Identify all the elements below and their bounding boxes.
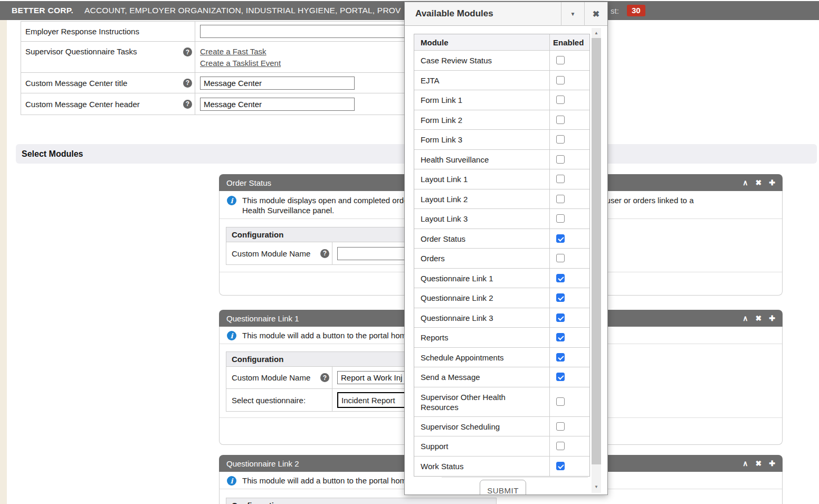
- module-row: Questionnaire Link 2: [414, 288, 589, 308]
- move-panel-icon[interactable]: ✚: [769, 314, 775, 322]
- module-row: Layout Link 3: [414, 209, 589, 229]
- scroll-up-icon: ▲: [594, 31, 598, 35]
- close-icon: ✖: [593, 9, 599, 19]
- dialog-titlebar[interactable]: Available Modules ▼ ✖: [405, 2, 607, 26]
- help-icon[interactable]: ?: [320, 249, 329, 258]
- module-row: Work Status: [414, 457, 589, 477]
- module-enabled-checkbox[interactable]: [556, 353, 565, 362]
- dialog-close-button[interactable]: ✖: [584, 2, 607, 26]
- module-name: Orders: [414, 249, 550, 268]
- move-panel-icon[interactable]: ✚: [769, 178, 775, 187]
- module-enabled-checkbox[interactable]: [556, 254, 565, 262]
- column-header-enabled: Enabled: [550, 34, 589, 50]
- topbar-nav[interactable]: ACCOUNT, EMPLOYER ORGANIZATION, INDUSTRI…: [84, 6, 401, 15]
- module-row: Support: [414, 436, 589, 457]
- module-name: Layout Link 1: [414, 169, 550, 189]
- configuration-title: Configuration: [226, 498, 496, 504]
- module-enabled-checkbox[interactable]: [556, 462, 565, 470]
- module-enabled-checkbox[interactable]: [556, 135, 565, 144]
- scroll-down-button[interactable]: ▼: [592, 482, 601, 492]
- module-row: Supervisor Scheduling: [414, 417, 589, 437]
- remove-panel-icon[interactable]: ✖: [756, 314, 762, 322]
- module-enabled-checkbox[interactable]: [556, 116, 565, 124]
- module-enabled-checkbox[interactable]: [556, 274, 565, 282]
- submit-divider: [442, 477, 588, 478]
- modules-table: Module Enabled Case Review Status EJTA F…: [414, 34, 590, 477]
- module-enabled-checkbox[interactable]: [556, 293, 565, 302]
- chevron-up-icon[interactable]: ∧: [742, 459, 748, 468]
- module-name: Questionnaire Link 1: [414, 269, 550, 288]
- field-label: Custom Module Name: [232, 373, 310, 382]
- module-row: Layout Link 2: [414, 189, 589, 210]
- message-center-header-input[interactable]: [200, 98, 355, 111]
- info-icon: i: [227, 331, 236, 340]
- module-name: Supervisor Scheduling: [414, 417, 550, 436]
- module-name: Form Link 1: [414, 90, 550, 110]
- module-name: Form Link 2: [414, 110, 550, 130]
- module-name: Work Status: [414, 457, 550, 477]
- module-row: Case Review Status: [414, 51, 589, 71]
- module-row: Questionnaire Link 3: [414, 308, 589, 328]
- dialog-content: Module Enabled Case Review Status EJTA F…: [405, 26, 607, 495]
- module-name: Schedule Appointments: [414, 348, 550, 367]
- create-tasklist-event-link[interactable]: Create a Tasklist Event: [200, 58, 281, 69]
- module-enabled-checkbox[interactable]: [556, 373, 565, 381]
- module-enabled-checkbox[interactable]: [556, 195, 565, 203]
- chevron-up-icon[interactable]: ∧: [742, 178, 748, 187]
- help-icon[interactable]: ?: [183, 79, 192, 88]
- submit-button[interactable]: SUBMIT: [480, 480, 526, 495]
- module-enabled-checkbox[interactable]: [556, 56, 565, 64]
- module-row: Questionnaire Link 1: [414, 269, 589, 289]
- module-name: Layout Link 3: [414, 209, 550, 229]
- field-label: Select questionnaire:: [232, 396, 306, 405]
- column-header-module: Module: [414, 34, 550, 50]
- chevron-down-icon: ▼: [570, 11, 576, 17]
- module-enabled-checkbox[interactable]: [556, 234, 565, 243]
- module-enabled-checkbox[interactable]: [556, 155, 565, 164]
- module-name: Health Surveillance: [414, 150, 550, 169]
- module-name: Form Link 3: [414, 130, 550, 149]
- module-enabled-checkbox[interactable]: [556, 96, 565, 104]
- module-row: Layout Link 1: [414, 169, 589, 189]
- remove-panel-icon[interactable]: ✖: [756, 178, 762, 187]
- module-row: Supervisor Other Health Resources: [414, 387, 589, 417]
- module-row: Order Status: [414, 229, 589, 249]
- module-enabled-checkbox[interactable]: [556, 214, 565, 223]
- module-enabled-checkbox[interactable]: [556, 442, 565, 450]
- message-center-title-input[interactable]: [200, 77, 355, 90]
- module-enabled-checkbox[interactable]: [556, 76, 565, 84]
- module-name: Case Review Status: [414, 51, 550, 70]
- module-row: Health Surveillance: [414, 150, 589, 170]
- module-row: Form Link 2: [414, 110, 589, 130]
- chevron-up-icon[interactable]: ∧: [742, 314, 748, 322]
- move-panel-icon[interactable]: ✚: [769, 459, 775, 468]
- section-title: Select Modules: [22, 149, 83, 159]
- dialog-collapse-button[interactable]: ▼: [561, 2, 584, 26]
- create-fast-task-link[interactable]: Create a Fast Task: [200, 46, 266, 58]
- module-enabled-checkbox[interactable]: [556, 333, 565, 341]
- module-enabled-checkbox[interactable]: [556, 422, 565, 431]
- module-enabled-checkbox[interactable]: [556, 175, 565, 183]
- dialog-title: Available Modules: [415, 8, 561, 19]
- scroll-up-button[interactable]: ▲: [592, 28, 601, 38]
- module-name: Layout Link 2: [414, 189, 550, 209]
- dialog-scrollbar[interactable]: ▲ ▼: [592, 28, 601, 493]
- module-row: Reports: [414, 328, 589, 348]
- module-row: Schedule Appointments: [414, 348, 589, 368]
- scrollbar-thumb[interactable]: [592, 38, 601, 464]
- module-row: Orders: [414, 249, 589, 269]
- module-enabled-checkbox[interactable]: [556, 397, 565, 406]
- form-label: Custom Message Center title: [25, 79, 127, 88]
- module-enabled-checkbox[interactable]: [556, 313, 565, 322]
- help-icon[interactable]: ?: [183, 47, 192, 56]
- module-name: Reports: [414, 328, 550, 347]
- form-label: Employer Response Instructions: [21, 22, 195, 41]
- module-row: Form Link 3: [414, 130, 589, 150]
- help-icon[interactable]: ?: [320, 373, 329, 382]
- field-label: Custom Module Name: [232, 249, 310, 258]
- remove-panel-icon[interactable]: ✖: [756, 459, 762, 468]
- module-name: Order Status: [414, 229, 550, 249]
- modules-table-body: Case Review Status EJTA Form Link 1 Form…: [414, 51, 589, 476]
- help-icon[interactable]: ?: [183, 100, 192, 109]
- module-name: Supervisor Other Health Resources: [414, 387, 550, 416]
